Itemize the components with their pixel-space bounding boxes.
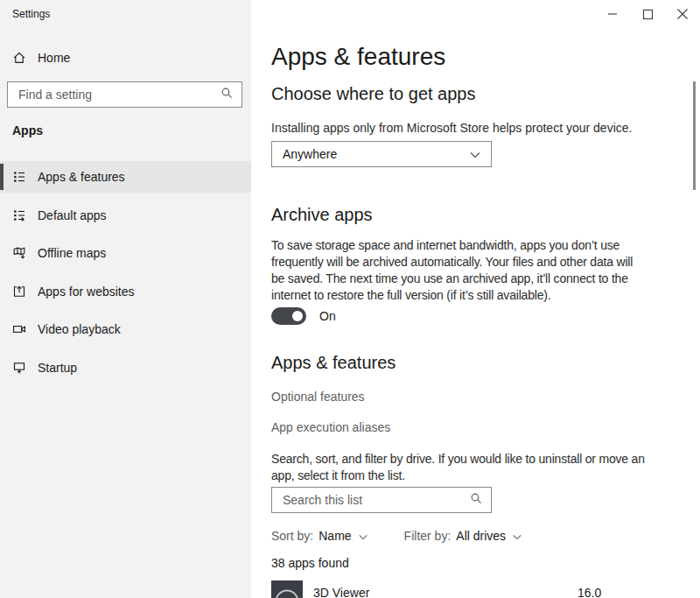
default-apps-icon (12, 208, 26, 222)
archive-apps-toggle[interactable] (271, 307, 306, 325)
sidebar-item-label: Offline maps (38, 246, 106, 260)
sort-filter-row: Sort by: Name Filter by: All drives (271, 529, 522, 543)
startup-icon (12, 361, 26, 375)
close-icon (676, 8, 689, 20)
sidebar-item-apps-for-websites[interactable]: Apps for websites (0, 276, 251, 307)
optional-features-link[interactable]: Optional features (271, 390, 365, 404)
apps-features-list-icon (12, 170, 26, 184)
toggle-state-label: On (319, 309, 336, 323)
home-icon (12, 51, 26, 65)
close-button[interactable] (665, 0, 700, 28)
sort-by-dropdown[interactable]: Name (318, 529, 351, 543)
chevron-down-icon[interactable] (513, 529, 522, 543)
maximize-icon (642, 9, 654, 20)
sidebar-nav: Apps & features Default apps (0, 161, 251, 383)
minimize-icon (607, 9, 618, 19)
filter-by-dropdown[interactable]: All drives (456, 529, 506, 543)
3d-viewer-app-icon (271, 580, 303, 598)
sidebar-item-label: Apps & features (38, 170, 125, 184)
sidebar-item-default-apps[interactable]: Default apps (0, 200, 251, 231)
sidebar-item-label: Apps for websites (38, 285, 135, 299)
app-source-dropdown[interactable]: Anywhere (271, 141, 492, 167)
magnifier-icon (220, 87, 233, 102)
app-size: 16.0 KB (578, 586, 612, 598)
toggle-knob (292, 311, 303, 321)
apps-features-heading: Apps & features (271, 353, 396, 373)
apps-list-description: Search, sort, and filter by drive. If yo… (271, 451, 700, 484)
sort-by-label: Sort by: (271, 529, 313, 543)
magnifier-icon (470, 492, 482, 508)
home-label: Home (38, 51, 70, 65)
archive-apps-toggle-row: On (271, 307, 336, 325)
sidebar-item-home[interactable]: Home (0, 42, 251, 74)
offline-maps-icon (12, 246, 26, 260)
settings-sidebar: Settings Home Apps Apps & features (0, 0, 251, 598)
search-this-list-box[interactable] (271, 487, 492, 513)
list-search-input[interactable] (283, 493, 470, 507)
filter-by-label: Filter by: (404, 529, 452, 543)
window-title: Settings (12, 8, 50, 20)
sidebar-item-startup[interactable]: Startup (0, 352, 251, 383)
sidebar-item-apps-features[interactable]: Apps & features (0, 161, 251, 193)
scrollbar-thumb[interactable] (693, 81, 696, 190)
apps-found-count: 38 apps found (271, 556, 349, 570)
archive-apps-description: To save storage space and internet bandw… (271, 237, 700, 304)
selected-indicator (0, 164, 4, 190)
chevron-down-icon[interactable] (359, 529, 368, 543)
sidebar-item-offline-maps[interactable]: Offline maps (0, 237, 251, 269)
archive-apps-heading: Archive apps (271, 205, 373, 225)
page-title: Apps & features (271, 43, 445, 71)
app-execution-aliases-link[interactable]: App execution aliases (271, 420, 390, 434)
app-source-dropdown-value: Anywhere (283, 147, 337, 161)
app-list-item[interactable]: 3D Viewer 16.0 KB (271, 580, 612, 598)
sidebar-item-label: Default apps (38, 208, 107, 222)
chevron-down-icon (470, 147, 480, 161)
choose-where-description: Installing apps only from Microsoft Stor… (271, 121, 632, 135)
sidebar-item-label: Startup (38, 361, 77, 375)
find-setting-searchbox[interactable] (7, 81, 242, 108)
video-playback-icon (12, 322, 26, 336)
sidebar-section-apps: Apps (12, 123, 43, 137)
window-controls (595, 0, 700, 28)
app-name: 3D Viewer (313, 586, 369, 598)
sidebar-item-label: Video playback (38, 322, 121, 336)
search-input[interactable] (18, 88, 220, 102)
minimize-button[interactable] (595, 0, 630, 28)
maximize-button[interactable] (630, 0, 665, 28)
apps-for-websites-icon (12, 285, 26, 299)
sidebar-item-video-playback[interactable]: Video playback (0, 313, 251, 345)
choose-where-heading: Choose where to get apps (271, 84, 476, 104)
